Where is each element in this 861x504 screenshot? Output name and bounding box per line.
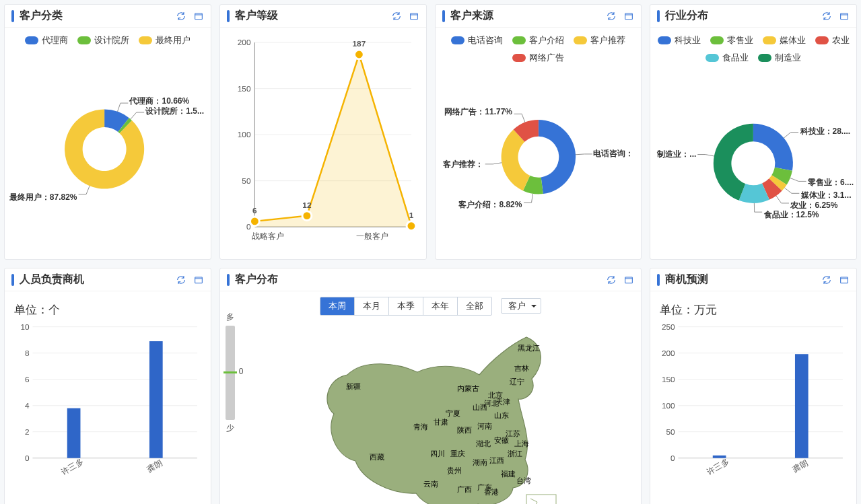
svg-text:战略客户: 战略客户 [252, 231, 284, 241]
legend-item[interactable]: 最终用户 [139, 34, 191, 46]
svg-text:江西: 江西 [489, 456, 504, 464]
pie-label: 食品业：12.5% [764, 209, 819, 221]
svg-text:龚朗: 龚朗 [791, 458, 810, 474]
expand-icon[interactable] [409, 11, 419, 22]
legend-item[interactable]: 科技业 [658, 34, 701, 46]
line-chart: 0501001502006121871战略客户一般客户 [227, 33, 419, 250]
legend: 科技业零售业媒体业农业食品业制造业 [657, 34, 850, 64]
svg-text:福建: 福建 [501, 470, 516, 478]
svg-text:1: 1 [409, 211, 413, 220]
svg-text:内蒙古: 内蒙古 [456, 384, 479, 392]
tab-全部[interactable]: 全部 [458, 297, 491, 315]
refresh-icon[interactable] [391, 11, 402, 22]
map-type-select[interactable]: 客户 [501, 298, 541, 314]
refresh-icon[interactable] [606, 11, 617, 22]
svg-text:250: 250 [662, 322, 675, 332]
svg-text:湖南: 湖南 [473, 458, 487, 466]
pie-label: 客户介绍：8.82% [458, 199, 522, 211]
svg-text:甘肃: 甘肃 [434, 418, 448, 426]
svg-text:江苏: 江苏 [506, 429, 520, 437]
pie-label: 客户推荐： [443, 159, 483, 170]
legend-item[interactable]: 农业 [815, 34, 850, 46]
svg-text:许三多: 许三多 [705, 456, 731, 476]
svg-text:100: 100 [238, 130, 251, 139]
pie-label: 网络广告：11.77% [444, 106, 512, 118]
bar-chart: 050100150200250许三多龚朗 [657, 320, 850, 484]
card-customer-source: 客户来源 电话咨询客户介绍客户推荐网络广告 电话咨询：客户介绍：8.82%客户推… [435, 4, 642, 260]
svg-text:陕西: 陕西 [457, 426, 472, 434]
svg-text:青海: 青海 [413, 423, 428, 431]
refresh-icon[interactable] [606, 275, 617, 285]
expand-icon[interactable] [839, 275, 850, 285]
card-title: 客户来源 [450, 9, 493, 23]
legend-item[interactable]: 客户推荐 [574, 34, 625, 46]
card-title: 商机预测 [665, 273, 708, 287]
svg-text:山西: 山西 [473, 403, 487, 411]
legend-item[interactable]: 客户介绍 [512, 34, 564, 46]
svg-text:黑龙江: 黑龙江 [517, 344, 539, 352]
svg-text:50: 50 [242, 176, 251, 186]
svg-text:4: 4 [25, 401, 30, 410]
expand-icon[interactable] [193, 11, 204, 22]
card-title: 人员负责商机 [20, 273, 84, 287]
legend-item[interactable]: 代理商 [25, 34, 68, 46]
svg-text:12: 12 [302, 201, 312, 210]
legend: 代理商设计院所最终用户 [11, 34, 204, 46]
expand-icon[interactable] [839, 11, 850, 22]
card-map: 客户分布 本周本月本季本年全部 客户 多 少 0 黑龙江吉林辽宁内蒙古新疆北京天… [219, 268, 642, 504]
legend-item[interactable]: 食品业 [705, 52, 749, 64]
svg-text:200: 200 [662, 349, 675, 358]
svg-text:香港: 香港 [484, 488, 499, 496]
svg-rect-26 [195, 277, 202, 283]
svg-point-20 [407, 221, 416, 231]
svg-text:吉林: 吉林 [514, 364, 529, 372]
pie-label: 制造业：... [657, 149, 696, 160]
pie-label: 最终用户：87.82% [9, 192, 77, 203]
legend-item[interactable]: 电话咨询 [451, 34, 503, 46]
svg-text:河南: 河南 [477, 422, 492, 430]
svg-rect-80 [841, 277, 848, 283]
refresh-icon[interactable] [176, 275, 186, 285]
svg-rect-0 [195, 13, 202, 20]
svg-text:一般客户: 一般客户 [356, 231, 388, 241]
svg-text:0: 0 [670, 454, 675, 463]
svg-text:2: 2 [25, 427, 30, 437]
card-forecast: 商机预测 单位：万元 050100150200250许三多龚朗 [650, 268, 857, 504]
svg-point-16 [302, 211, 312, 221]
time-range-tabs[interactable]: 本周本月本季本年全部 [320, 297, 492, 316]
expand-icon[interactable] [623, 275, 634, 285]
svg-rect-45 [526, 495, 556, 504]
unit-label: 单位：个 [14, 302, 204, 318]
svg-text:云南: 云南 [423, 480, 438, 488]
tab-本周[interactable]: 本周 [320, 297, 355, 315]
refresh-icon[interactable] [821, 11, 832, 22]
svg-text:6: 6 [25, 375, 30, 384]
legend-item[interactable]: 零售业 [710, 34, 753, 46]
tab-本月[interactable]: 本月 [355, 297, 389, 315]
legend-item[interactable]: 媒体业 [763, 34, 806, 46]
svg-text:10: 10 [20, 322, 30, 332]
card-customer-classify: 客户分类 代理商设计院所最终用户 代理商：10.66%设计院所：1.5...最终… [4, 4, 211, 260]
refresh-icon[interactable] [821, 275, 832, 285]
refresh-icon[interactable] [176, 11, 186, 22]
card-title: 客户分类 [20, 9, 63, 23]
card-industry: 行业分布 科技业零售业媒体业农业食品业制造业 科技业：28....零售业：6..… [650, 4, 857, 260]
svg-text:上海: 上海 [514, 439, 529, 447]
card-customer-level: 客户等级 0501001502006121871战略客户一般客户 [219, 4, 427, 260]
card-title: 客户等级 [235, 9, 278, 23]
svg-point-14 [250, 217, 259, 226]
expand-icon[interactable] [193, 275, 204, 285]
svg-rect-25 [841, 13, 848, 20]
pie-label: 电话咨询： [593, 148, 633, 159]
svg-text:西藏: 西藏 [370, 453, 384, 461]
donut-chart: 科技业：28....零售业：6....媒体业：3.1...农业：6.25%食品业… [657, 69, 850, 251]
card-title: 行业分布 [665, 9, 708, 23]
svg-text:贵州: 贵州 [447, 466, 462, 474]
svg-text:台湾: 台湾 [516, 476, 531, 484]
legend-item[interactable]: 设计院所 [77, 34, 129, 46]
legend-item[interactable]: 制造业 [758, 52, 801, 64]
tab-本季[interactable]: 本季 [389, 297, 423, 315]
tab-本年[interactable]: 本年 [423, 297, 458, 315]
expand-icon[interactable] [623, 11, 634, 22]
legend-item[interactable]: 网络广告 [512, 52, 564, 64]
